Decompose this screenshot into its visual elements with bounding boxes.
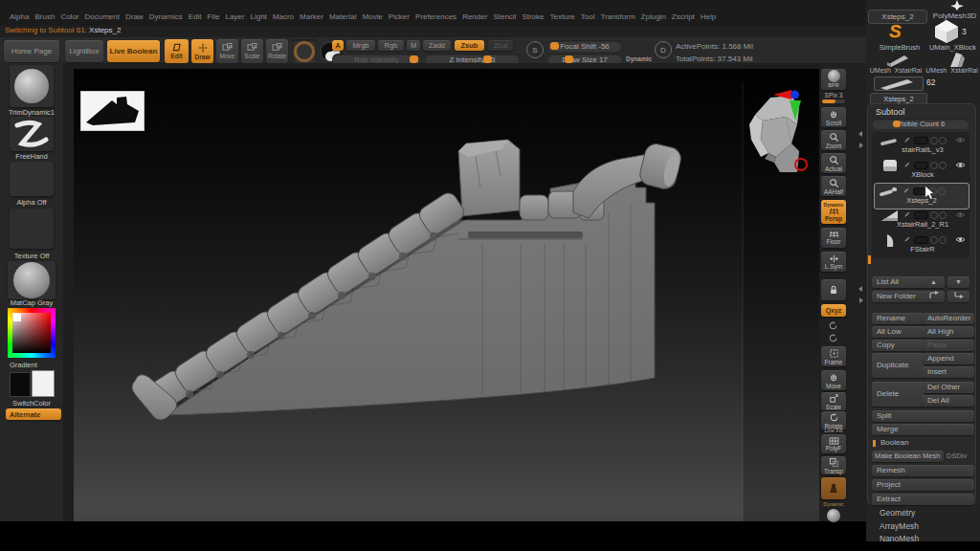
- pencil-icon[interactable]: [903, 161, 911, 168]
- paint-toggle[interactable]: [914, 236, 928, 244]
- persp-button[interactable]: Dynamic Persp: [821, 200, 846, 224]
- paste-button[interactable]: Paste: [923, 340, 974, 351]
- material-thumbnail[interactable]: [8, 261, 56, 299]
- rotate-cycle-icon[interactable]: [828, 320, 838, 331]
- stroke-flyout-icon[interactable]: S: [526, 41, 544, 58]
- toggle-icon[interactable]: [930, 236, 938, 244]
- pencil-icon[interactable]: [902, 187, 910, 194]
- toggle-icon[interactable]: [938, 187, 946, 195]
- split-button[interactable]: Split: [872, 410, 974, 422]
- paint-toggle[interactable]: [914, 137, 928, 144]
- subtool-row[interactable]: XBlock: [875, 158, 970, 183]
- draw-size-handle[interactable]: [565, 55, 573, 63]
- toggle-icon[interactable]: [939, 211, 947, 219]
- eye-icon[interactable]: [955, 235, 966, 244]
- subtool-row[interactable]: FStairR: [875, 232, 970, 257]
- scroll-button[interactable]: Scroll: [821, 107, 846, 127]
- right-divider-handle[interactable]: [858, 127, 864, 154]
- eye-icon[interactable]: [955, 136, 966, 144]
- polyframe-button[interactable]: PolyF: [821, 434, 846, 453]
- bpr-button[interactable]: BPR: [821, 69, 846, 90]
- menu-light[interactable]: Light: [250, 12, 266, 21]
- section-arraymesh[interactable]: ArrayMesh: [880, 521, 919, 531]
- texture-thumbnail[interactable]: [10, 209, 54, 249]
- menu-stencil[interactable]: Stencil: [493, 12, 516, 21]
- paint-toggle[interactable]: [914, 162, 928, 169]
- menu-stroke[interactable]: Stroke: [522, 12, 544, 21]
- umesh-rail-icon[interactable]: [885, 53, 910, 68]
- del-other-button[interactable]: Del Other: [923, 382, 974, 393]
- solo-button[interactable]: [821, 477, 846, 499]
- dynamic-sphere-icon[interactable]: [827, 509, 840, 522]
- transpose-lock-button[interactable]: [821, 279, 846, 300]
- zcut-button[interactable]: Zcut: [488, 40, 513, 51]
- paint-toggle[interactable]: [914, 211, 928, 219]
- qxyz-button[interactable]: Qxyz: [821, 304, 846, 317]
- menu-color[interactable]: Color: [60, 12, 78, 21]
- del-all-button[interactable]: Del All: [923, 395, 974, 407]
- new-folder-button[interactable]: New Folder: [872, 291, 924, 302]
- dynamic-draw-size-label[interactable]: Dynamic: [626, 55, 652, 62]
- menu-preferences[interactable]: Preferences: [415, 12, 457, 21]
- move-into-folder-button[interactable]: [947, 291, 969, 302]
- section-geometry[interactable]: Geometry: [880, 508, 915, 518]
- secondary-color-swatch[interactable]: [32, 370, 55, 397]
- scale-button[interactable]: S Scale: [241, 39, 263, 63]
- transparency-button[interactable]: Transp: [821, 456, 846, 474]
- list-all-button[interactable]: List All: [872, 276, 924, 288]
- current-tool-thumbnail[interactable]: [874, 77, 924, 91]
- main-color-swatch[interactable]: [10, 372, 31, 397]
- copy-button[interactable]: Copy: [872, 340, 924, 351]
- zadd-button[interactable]: Zadd: [423, 40, 451, 51]
- spix-slider[interactable]: [822, 99, 845, 103]
- toggle-icon[interactable]: [939, 236, 947, 244]
- toggle-icon[interactable]: [930, 211, 938, 219]
- toggle-icon[interactable]: [930, 162, 938, 169]
- aahalf-button[interactable]: AAHalf: [821, 176, 846, 196]
- menu-texture[interactable]: Texture: [550, 12, 575, 21]
- zoom-button[interactable]: Zoom: [821, 130, 846, 150]
- focal-shift-slider[interactable]: Focal Shift -56: [547, 40, 622, 52]
- toggle-icon[interactable]: [939, 162, 947, 169]
- menu-zscript[interactable]: Zscript: [672, 12, 695, 21]
- section-nanomesh[interactable]: NanoMesh: [880, 534, 919, 543]
- frame-button[interactable]: Frame: [821, 346, 846, 366]
- pencil-icon[interactable]: [903, 136, 911, 143]
- menu-render[interactable]: Render: [462, 12, 487, 21]
- focal-shift-handle[interactable]: [550, 42, 559, 50]
- menu-alpha[interactable]: Alpha: [10, 12, 29, 21]
- m-button[interactable]: M: [407, 40, 420, 51]
- rgb-button[interactable]: Rgb: [378, 40, 404, 51]
- 3d-viewport[interactable]: [74, 69, 819, 521]
- stroke-thumbnail[interactable]: [10, 117, 54, 151]
- subtool-row[interactable]: XstairRail_2_R1: [875, 208, 970, 232]
- menu-file[interactable]: File: [208, 12, 220, 21]
- z-intensity-handle[interactable]: [483, 55, 492, 63]
- menu-material[interactable]: Material: [329, 12, 356, 21]
- pencil-icon[interactable]: [903, 210, 911, 218]
- zsub-button[interactable]: Zsub: [455, 40, 484, 51]
- mrgb-button[interactable]: Mrgb: [346, 40, 375, 51]
- remesh-button[interactable]: Remesh: [872, 465, 974, 476]
- color-picker[interactable]: [8, 308, 56, 358]
- move-view-button[interactable]: Move: [821, 370, 846, 390]
- menu-zplugin[interactable]: Zplugin: [641, 12, 666, 21]
- eye-icon[interactable]: [955, 161, 966, 169]
- rename-button[interactable]: Rename: [872, 313, 924, 324]
- boolean-toggle[interactable]: Boolean: [872, 437, 978, 449]
- alternate-button[interactable]: Alternate: [6, 408, 61, 420]
- rotate-cycle-icon[interactable]: [828, 333, 838, 343]
- autoreorder-button[interactable]: AutoReorder: [923, 313, 974, 324]
- duplicate-button[interactable]: Duplicate: [872, 353, 924, 378]
- umesh-rail-icon[interactable]: [947, 51, 968, 68]
- local-symmetry-button[interactable]: L.Sym: [821, 252, 846, 272]
- menu-macro[interactable]: Macro: [273, 12, 294, 21]
- make-boolean-mesh-button[interactable]: Make Boolean Mesh: [872, 451, 944, 462]
- alpha-channel-chip[interactable]: A: [332, 40, 344, 51]
- menu-document[interactable]: Document: [85, 12, 120, 21]
- project-button[interactable]: Project: [872, 479, 974, 491]
- all-high-button[interactable]: All High: [923, 326, 974, 338]
- menu-help[interactable]: Help: [701, 12, 716, 21]
- menu-layer[interactable]: Layer: [225, 12, 244, 21]
- visible-count-slider[interactable]: Visible Count 6: [872, 119, 969, 129]
